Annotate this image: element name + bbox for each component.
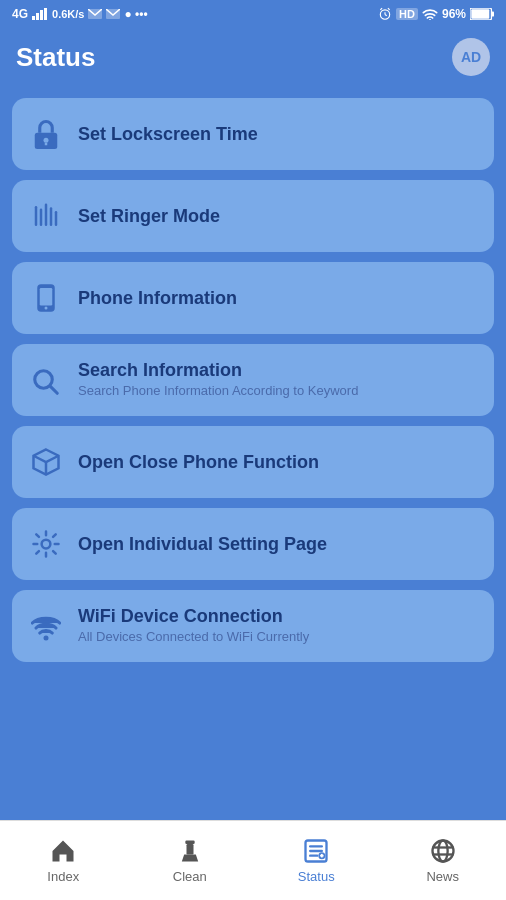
battery-text: 96%	[442, 7, 466, 21]
nav-label-index: Index	[47, 869, 79, 884]
search-info-text: Search Information Search Phone Informat…	[78, 360, 358, 400]
signal-text: 4G	[12, 7, 28, 21]
svg-line-9	[380, 8, 382, 10]
svg-rect-21	[50, 207, 53, 226]
menu-item-wifi[interactable]: WiFi Device Connection All Devices Conne…	[12, 590, 494, 662]
svg-point-43	[438, 841, 447, 862]
svg-rect-0	[32, 16, 35, 20]
svg-rect-2	[40, 10, 43, 20]
mail-icon	[88, 9, 102, 19]
nav-label-status: Status	[298, 869, 335, 884]
app-header: Status AD	[0, 28, 506, 90]
svg-rect-3	[44, 8, 47, 20]
svg-point-31	[44, 636, 49, 641]
nav-item-status[interactable]: Status	[253, 821, 380, 900]
signal-icon	[32, 8, 48, 20]
nav-item-news[interactable]: News	[380, 821, 507, 900]
menu-item-ringer[interactable]: Set Ringer Mode	[12, 180, 494, 252]
dot-menu: ● •••	[124, 7, 147, 21]
globe-icon	[429, 837, 457, 865]
svg-point-11	[429, 19, 431, 20]
svg-rect-18	[35, 206, 38, 226]
svg-rect-22	[55, 211, 58, 226]
menu-item-individual-setting[interactable]: Open Individual Setting Page	[12, 508, 494, 580]
status-icon	[302, 837, 330, 865]
svg-point-16	[44, 138, 49, 143]
svg-rect-33	[186, 844, 193, 855]
home-icon	[49, 837, 77, 865]
nav-item-clean[interactable]: Clean	[127, 821, 254, 900]
status-bar-right: HD 96%	[378, 7, 494, 21]
svg-line-8	[385, 15, 387, 16]
svg-rect-13	[491, 11, 494, 16]
bottom-nav: Index Clean Status	[0, 820, 506, 900]
wifi-text: WiFi Device Connection All Devices Conne…	[78, 606, 309, 646]
mail-icon-2	[106, 9, 120, 19]
status-bar-left: 4G 0.6K/s ● •••	[12, 7, 148, 21]
clean-icon	[176, 837, 204, 865]
menu-item-search-info[interactable]: Search Information Search Phone Informat…	[12, 344, 494, 416]
svg-line-27	[50, 386, 57, 393]
battery-icon	[470, 8, 494, 20]
cube-icon	[28, 444, 64, 480]
ringer-title: Set Ringer Mode	[78, 206, 220, 227]
phone-info-text: Phone Information	[78, 288, 237, 309]
ringer-icon	[28, 198, 64, 234]
svg-point-30	[42, 540, 51, 549]
open-close-title: Open Close Phone Function	[78, 452, 319, 473]
ringer-text: Set Ringer Mode	[78, 206, 220, 227]
individual-setting-text: Open Individual Setting Page	[78, 534, 327, 555]
search-info-subtitle: Search Phone Information According to Ke…	[78, 383, 358, 400]
svg-point-25	[45, 307, 48, 310]
nav-label-news: News	[426, 869, 459, 884]
menu-item-lockscreen[interactable]: Set Lockscreen Time	[12, 98, 494, 170]
page-title: Status	[16, 42, 95, 73]
lockscreen-text: Set Lockscreen Time	[78, 124, 258, 145]
gear-icon	[28, 526, 64, 562]
menu-list: Set Lockscreen Time Set Ringer Mode	[0, 90, 506, 820]
speed-text: 0.6K/s	[52, 8, 84, 20]
individual-setting-title: Open Individual Setting Page	[78, 534, 327, 555]
lock-icon	[28, 116, 64, 152]
wifi-subtitle: All Devices Connected to WiFi Currently	[78, 629, 309, 646]
lockscreen-title: Set Lockscreen Time	[78, 124, 258, 145]
svg-rect-1	[36, 13, 39, 20]
phone-info-title: Phone Information	[78, 288, 237, 309]
search-info-title: Search Information	[78, 360, 358, 381]
svg-rect-19	[40, 209, 43, 227]
svg-rect-14	[471, 9, 489, 18]
menu-item-phone-info[interactable]: Phone Information	[12, 262, 494, 334]
status-bar: 4G 0.6K/s ● ••• HD	[0, 0, 506, 28]
svg-rect-24	[40, 288, 53, 306]
wifi-icon	[28, 610, 64, 646]
search-icon	[28, 364, 64, 400]
svg-point-42	[432, 841, 453, 862]
open-close-text: Open Close Phone Function	[78, 452, 319, 473]
avatar[interactable]: AD	[452, 38, 490, 76]
svg-rect-20	[45, 204, 48, 227]
wifi-status-icon	[422, 8, 438, 20]
phone-icon	[28, 280, 64, 316]
nav-item-index[interactable]: Index	[0, 821, 127, 900]
svg-line-10	[388, 8, 390, 10]
menu-item-open-close[interactable]: Open Close Phone Function	[12, 426, 494, 498]
hd-badge: HD	[396, 8, 418, 20]
wifi-title: WiFi Device Connection	[78, 606, 309, 627]
alarm-icon	[378, 7, 392, 21]
svg-rect-32	[185, 841, 194, 845]
nav-label-clean: Clean	[173, 869, 207, 884]
